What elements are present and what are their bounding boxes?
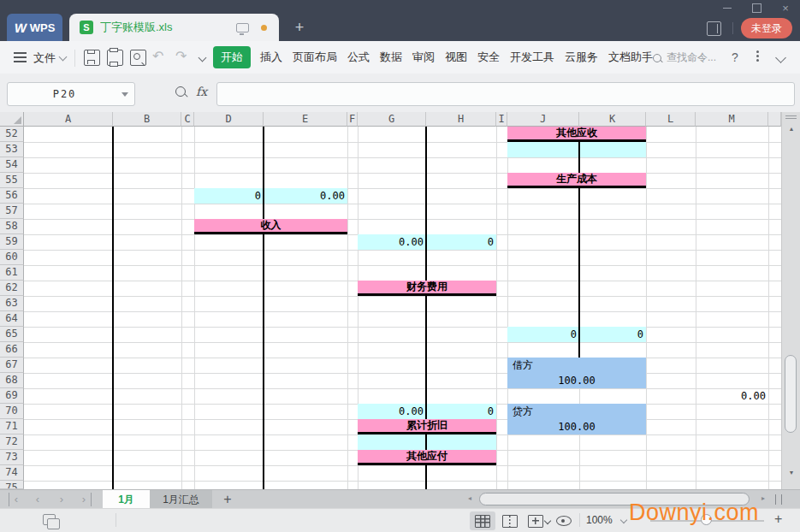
column-header-D[interactable]: D [194, 112, 264, 127]
ribbon-tab-5[interactable]: 数据 [379, 47, 403, 68]
scroll-up-icon[interactable]: ▲ [782, 126, 800, 132]
add-sheet-button[interactable]: + [219, 491, 236, 508]
more-options-icon[interactable] [756, 50, 759, 63]
row-header-57[interactable]: 57 [0, 204, 24, 219]
account-header-cell[interactable]: 财务费用 [358, 281, 496, 296]
macro-record-icon[interactable] [43, 514, 56, 525]
row-header-64[interactable]: 64 [0, 311, 24, 327]
print-icon[interactable] [107, 50, 123, 66]
name-box[interactable]: P20 [7, 82, 135, 106]
vertical-scrollbar[interactable]: ▲ ▼ [781, 112, 800, 489]
zoom-in-button[interactable]: + [774, 511, 782, 527]
column-header-I[interactable]: I [496, 112, 507, 127]
column-header-B[interactable]: B [113, 112, 181, 127]
ribbon-tab-9[interactable]: 开发工具 [509, 47, 555, 68]
column-header-G[interactable]: G [358, 112, 426, 127]
magnifier-icon[interactable] [175, 86, 186, 97]
row-header-54[interactable]: 54 [0, 157, 24, 173]
sheet-tab-2[interactable]: 1月汇总 [150, 490, 212, 509]
last-sheet-icon[interactable]: › [77, 493, 92, 506]
row-header-52[interactable]: 52 [0, 127, 24, 142]
ribbon-tab-1[interactable]: 开始 [213, 46, 251, 68]
value-cell-K65[interactable]: 0 [579, 327, 646, 342]
cell-M69[interactable]: 0.00 [696, 388, 768, 404]
value-cell-G72[interactable] [358, 434, 426, 450]
command-search[interactable]: 查找命令... [653, 50, 716, 65]
account-header-cell[interactable]: 其他应付 [358, 450, 496, 465]
entry-box[interactable]: 借方100.00 [507, 358, 646, 388]
fx-icon[interactable]: fx [196, 85, 207, 98]
column-header-H[interactable]: H [426, 112, 496, 127]
reading-view-button[interactable] [551, 511, 577, 530]
row-header-61[interactable]: 61 [0, 265, 24, 281]
value-cell-H59[interactable]: 0 [426, 234, 496, 250]
zoom-level-label[interactable]: 100% [586, 514, 613, 526]
formula-input[interactable] [216, 82, 795, 106]
maximize-button[interactable] [742, 0, 771, 15]
ribbon-tab-6[interactable]: 审阅 [412, 47, 436, 68]
column-header-M[interactable]: M [696, 112, 768, 127]
row-header-58[interactable]: 58 [0, 219, 24, 234]
row-header-67[interactable]: 67 [0, 358, 24, 373]
ribbon-tab-4[interactable]: 公式 [347, 47, 370, 68]
normal-view-button[interactable] [470, 511, 495, 530]
help-button[interactable]: ? [732, 50, 738, 64]
row-header-71[interactable]: 71 [0, 419, 24, 434]
value-cell-H70[interactable]: 0 [426, 404, 496, 419]
row-header-68[interactable]: 68 [0, 373, 24, 388]
print-preview-icon[interactable] [130, 50, 146, 66]
hamburger-menu-icon[interactable] [14, 52, 27, 65]
value-cell-G70[interactable]: 0.00 [358, 404, 426, 419]
column-header-J[interactable]: J [507, 112, 579, 127]
row-header-66[interactable]: 66 [0, 342, 24, 358]
ribbon-tab-3[interactable]: 页面布局 [292, 47, 338, 68]
column-header-partial[interactable] [768, 112, 781, 127]
row-header-72[interactable]: 72 [0, 434, 24, 450]
row-header-63[interactable]: 63 [0, 296, 24, 311]
next-sheet-icon[interactable]: › [55, 493, 68, 506]
row-header-59[interactable]: 59 [0, 234, 24, 250]
column-header-K[interactable]: K [579, 112, 646, 127]
ribbon-tab-10[interactable]: 云服务 [564, 47, 599, 68]
row-header-55[interactable]: 55 [0, 173, 24, 188]
row-header-69[interactable]: 69 [0, 388, 24, 404]
save-icon[interactable] [84, 50, 100, 66]
row-header-75[interactable]: 75 [0, 481, 24, 489]
screen-share-icon[interactable] [236, 23, 249, 33]
value-cell-G59[interactable]: 0.00 [358, 234, 426, 250]
column-header-F[interactable]: F [347, 112, 358, 127]
wps-menu-button[interactable]: W WPS [7, 14, 62, 41]
row-header-56[interactable]: 56 [0, 188, 24, 204]
row-header-60[interactable]: 60 [0, 250, 24, 265]
select-all-corner[interactable] [0, 112, 24, 127]
ribbon-tab-7[interactable]: 视图 [444, 47, 468, 68]
value-cell-K53[interactable] [579, 142, 646, 157]
scroll-down-icon[interactable]: ▼ [782, 470, 800, 476]
task-window-icon[interactable] [707, 21, 721, 36]
account-header-cell[interactable]: 生产成本 [507, 173, 646, 188]
value-cell-J53[interactable] [507, 142, 579, 157]
undo-icon[interactable]: ↶ [152, 48, 163, 64]
minimize-button[interactable] [713, 0, 742, 15]
row-header-53[interactable]: 53 [0, 142, 24, 157]
file-menu[interactable]: 文件 [33, 50, 56, 66]
value-cell-E56[interactable]: 0.00 [264, 188, 347, 204]
value-cell-J65[interactable]: 0 [507, 327, 579, 342]
vertical-scroll-thumb[interactable] [785, 355, 797, 433]
column-header-L[interactable]: L [646, 112, 696, 127]
ribbon-tab-11[interactable]: 文档助手 [607, 47, 654, 68]
column-header-C[interactable]: C [181, 112, 194, 127]
redo-icon[interactable]: ↷ [175, 48, 187, 64]
row-header-73[interactable]: 73 [0, 450, 24, 465]
scroll-right-icon[interactable]: ▸ [761, 494, 765, 502]
first-sheet-icon[interactable]: ‹ [9, 493, 23, 506]
horizontal-split-handle-icon[interactable] [775, 494, 782, 505]
column-header-E[interactable]: E [264, 112, 347, 127]
scroll-left-icon[interactable]: ◂ [468, 494, 471, 502]
new-tab-button[interactable]: + [291, 19, 308, 36]
split-handle-icon[interactable] [785, 115, 797, 121]
ribbon-tab-8[interactable]: 安全 [477, 47, 501, 68]
account-header-cell[interactable]: 累计折旧 [358, 419, 496, 434]
value-cell-D56[interactable]: 0 [194, 188, 264, 204]
close-button[interactable]: × [771, 0, 800, 15]
